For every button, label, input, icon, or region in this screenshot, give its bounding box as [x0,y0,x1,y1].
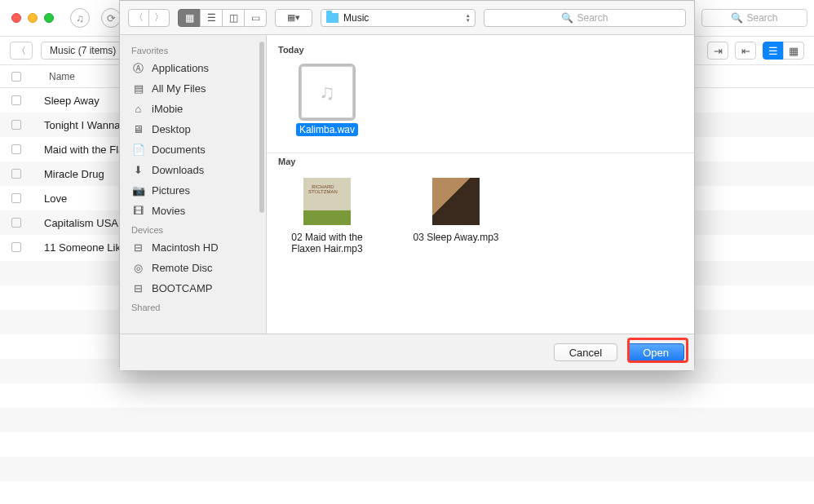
shared-heading: Shared [120,298,266,315]
window-controls [11,13,54,23]
dialog-footer: Cancel Open [120,334,694,370]
group-may: May [278,153,683,170]
row-checkbox[interactable] [11,169,21,179]
album-art-icon [432,178,480,225]
files-icon: ▤ [131,82,145,95]
sidebar-item[interactable]: ◎Remote Disc [120,258,266,278]
sidebar-item-label: Downloads [152,164,204,176]
sidebar-scrollbar[interactable] [259,42,264,213]
sidebar-item[interactable]: ⊟BOOTCAMP [120,278,266,298]
music-mode-icon[interactable]: ♫ [70,8,90,28]
sidebar-item[interactable]: ⊟Macintosh HD [120,237,266,258]
sidebar-item-label: Remote Disc [152,262,212,274]
sync-mode-icon[interactable]: ⟳ [101,8,121,28]
dialog-search-placeholder: Search [577,12,608,24]
sidebar-item[interactable]: 🎞Movies [120,201,266,221]
dl-icon: ⬇ [131,163,145,177]
mov-icon: 🎞 [131,204,145,218]
row-checkbox[interactable] [11,144,21,154]
row-checkbox[interactable] [11,95,21,105]
nav-back-button[interactable]: 〈 [128,9,149,27]
file-label: 03 Sleep Away.mp3 [414,232,499,243]
search-icon: 🔍 [731,12,743,24]
row-checkbox[interactable] [11,120,21,130]
album-art-icon: RICHARDSTOLTZMAN [303,178,351,225]
sidebar-item-label: BOOTCAMP [152,282,212,294]
view-mode-toggle: ☰ ▦ [763,42,804,60]
column-name[interactable]: Name [49,71,75,82]
sidebar-item[interactable]: 🖥Desktop [120,119,266,139]
sidebar-item[interactable]: 📄Documents [120,139,266,160]
breadcrumb[interactable]: Music (7 items) [41,42,125,60]
select-all-checkbox[interactable] [11,72,21,82]
group-today: Today [278,42,683,58]
stepper-icon: ▴▾ [467,13,470,23]
cancel-button[interactable]: Cancel [554,343,617,361]
sidebar-item[interactable]: ⬇Downloads [120,160,266,180]
file-browser: Today ♫ Kalimba.wav May RICHARDSTOLTZMAN… [267,35,694,334]
arrange-menu[interactable]: ▦▾ [275,9,312,27]
column-view-button[interactable]: ◫ [222,9,245,27]
app-mode-buttons: ♫ ⟳ [70,8,121,28]
row-checkbox[interactable] [11,242,21,252]
app-search-field[interactable]: 🔍 Search [701,9,807,27]
file-label: 02 Maid with the Flaxen Hair.mp3 [291,232,362,254]
search-icon: 🔍 [561,12,573,24]
sidebar-item-label: Pictures [152,184,190,197]
sidebar-item[interactable]: ⒶApplications [120,58,266,78]
nav-forward-button[interactable]: 〉 [148,9,170,27]
row-title: Love [44,192,67,205]
hd-icon: ⊟ [131,281,145,295]
dialog-search-field[interactable]: 🔍 Search [484,9,686,27]
icon-view-button[interactable]: ▦ [178,9,201,27]
home-icon: ⌂ [131,102,145,116]
back-button[interactable]: 〈 [10,42,33,60]
file-tile-sleepaway[interactable]: 03 Sleep Away.mp3 [407,178,505,254]
desktop-icon: 🖥 [131,122,145,136]
open-file-dialog: 〈 〉 ▦ ☰ ◫ ▭ ▦▾ Music ▴▾ 🔍 Search Favorit… [119,0,695,371]
file-tile-flaxen[interactable]: RICHARDSTOLTZMAN 02 Maid with the Flaxen… [278,178,376,254]
favorites-heading: Favorites [120,42,266,58]
pics-icon: 📷 [131,183,145,197]
sidebar-item-label: Desktop [152,123,191,135]
sidebar-item[interactable]: ⌂iMobie [120,99,266,119]
nav-history: 〈 〉 [128,9,170,27]
list-view-button[interactable]: ☰ [763,42,784,60]
sidebar-item[interactable]: ▤All My Files [120,78,266,99]
dialog-toolbar: 〈 〉 ▦ ☰ ◫ ▭ ▦▾ Music ▴▾ 🔍 Search [120,1,694,35]
minimize-window-button[interactable] [28,13,38,23]
row-title: Miracle Drug [44,168,104,180]
open-button[interactable]: Open [627,343,684,361]
grid-view-button[interactable]: ▦ [783,42,804,60]
audio-file-icon: ♫ [301,66,353,118]
disc-icon: ◎ [131,261,145,275]
sidebar-item-label: Documents [152,144,206,156]
coverflow-view-button[interactable]: ▭ [244,9,267,27]
sidebar-item-label: iMobie [152,103,183,115]
hd-icon: ⊟ [131,241,145,254]
sidebar-item-label: Applications [152,62,209,74]
apps-icon: Ⓐ [131,61,145,75]
export-button[interactable]: ⇤ [735,42,756,60]
dialog-sidebar: Favorites ⒶApplications▤All My Files⌂iMo… [120,35,267,334]
file-label: Kalimba.wav [296,123,358,136]
location-label: Music [343,12,369,24]
finder-view-seg: ▦ ☰ ◫ ▭ [178,9,267,27]
app-search-placeholder: Search [746,12,777,24]
row-checkbox[interactable] [11,218,21,228]
import-button[interactable]: ⇥ [707,42,728,60]
sidebar-item[interactable]: 📷Pictures [120,180,266,201]
folder-icon [326,13,338,23]
zoom-window-button[interactable] [44,13,54,23]
file-tile-kalimba[interactable]: ♫ Kalimba.wav [278,66,376,136]
sidebar-item-label: Macintosh HD [152,241,219,254]
sidebar-item-label: All My Files [152,82,206,95]
sidebar-item-label: Movies [152,205,185,217]
location-popup[interactable]: Music ▴▾ [321,9,476,27]
row-checkbox[interactable] [11,193,21,203]
list-view-button[interactable]: ☰ [200,9,223,27]
devices-heading: Devices [120,221,266,237]
row-title: Sleep Away [44,95,100,107]
close-window-button[interactable] [11,13,21,23]
docs-icon: 📄 [131,143,145,157]
